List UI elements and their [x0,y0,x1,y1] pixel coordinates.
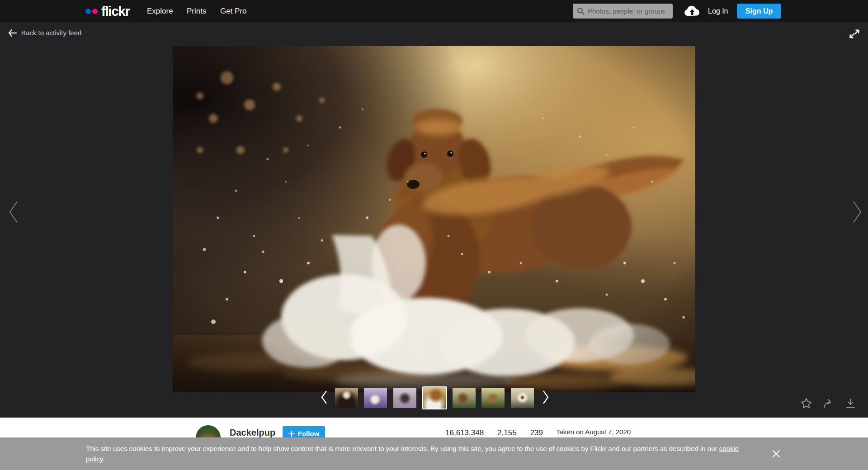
thumb-two-dogs-meadow[interactable] [453,388,476,408]
main-photo[interactable] [173,46,695,392]
back-label: Back to activity feed [21,29,81,37]
nav-link-explore[interactable]: Explore [147,0,173,22]
filmstrip-prev-button[interactable] [320,390,328,404]
comments-count: 239 [530,428,543,437]
cookie-text: This site uses cookies to improve your e… [86,445,719,452]
thumb-dog-water-splash-selected[interactable] [422,386,447,409]
thumb-shepherd-forest[interactable] [393,388,416,408]
back-to-feed-link[interactable]: Back to activity feed [8,29,81,37]
next-photo-button[interactable] [851,200,863,224]
views-count: 16,613,348 [445,428,484,437]
close-icon [771,449,781,459]
upload-button[interactable] [683,5,701,18]
fullscreen-button[interactable] [848,28,862,41]
thumb-sheltie-forest[interactable] [481,388,505,408]
filmstrip-next-button[interactable] [542,390,550,404]
logo-blue-dot-icon [85,9,91,14]
chevron-right-icon [851,200,863,224]
thumb-dog-lavender-field[interactable] [364,388,387,408]
cookie-close-button[interactable] [771,449,781,459]
photo-stage: Back to activity feed [0,22,868,418]
taken-date: Taken on August 7, 2020 [556,428,631,436]
login-link[interactable]: Log In [708,0,728,22]
logo-wordmark: flickr [101,5,130,18]
cookie-banner: This site uses cookies to improve your e… [0,437,868,470]
arrow-left-icon [8,29,17,37]
thumb-dog-on-log[interactable] [335,388,358,408]
faves-count: 2,155 [497,428,517,437]
chevron-left-icon [7,200,20,224]
dog-splash-photo-art [173,46,695,392]
cloud-upload-icon [683,5,701,18]
logo-pink-dot-icon [92,9,98,14]
flickr-logo[interactable]: flickr [85,0,130,22]
search-box[interactable] [573,4,673,19]
signup-button[interactable]: Sign Up [737,4,781,19]
search-icon [577,7,585,15]
top-navbar: flickr Explore Prints Get Pro Log In Sig… [0,0,868,22]
plus-icon [288,431,295,437]
follow-label: Follow [298,430,320,437]
cookie-banner-text: This site uses cookies to improve your e… [86,443,746,464]
cookie-text-suffix: . [103,455,104,463]
nav-link-prints[interactable]: Prints [187,0,206,22]
chevron-left-icon [320,390,328,404]
owner-name[interactable]: Dackelpup [230,428,275,438]
previous-photo-button[interactable] [7,200,20,224]
filmstrip [0,384,868,412]
chevron-right-icon [542,390,550,404]
expand-arrows-icon [848,28,861,40]
photo-stats: 16,613,348 2,155 239 [445,428,543,437]
thumb-puppy-on-rock[interactable] [511,388,534,408]
search-input[interactable] [588,7,665,15]
nav-link-getpro[interactable]: Get Pro [220,0,247,22]
